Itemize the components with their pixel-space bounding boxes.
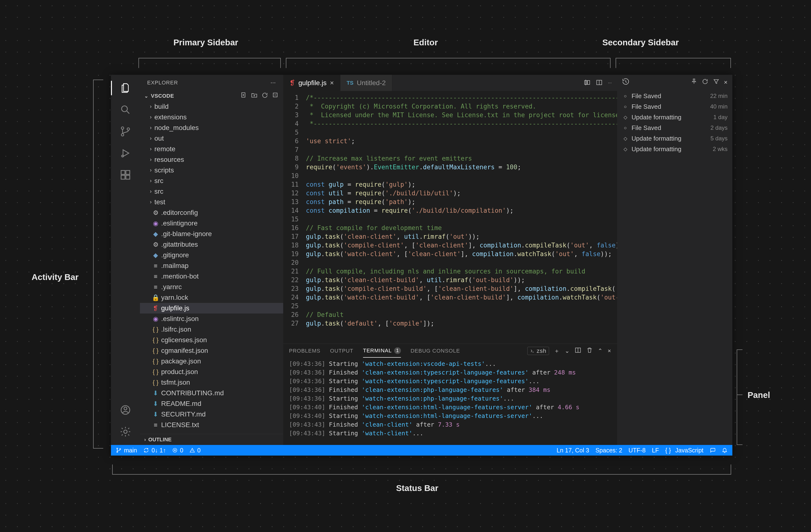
panel-tab-problems[interactable]: PROBLEMS [289,344,320,358]
tree-file[interactable]: ❡gulpfile.js [140,303,283,313]
tree-file[interactable]: ≡LICENSE.txt [140,420,283,430]
activity-scm[interactable] [117,123,134,140]
tree-file[interactable]: { }product.json [140,366,283,377]
timeline-item[interactable]: ◇Update formatting2 wks [617,144,732,154]
timeline-item[interactable]: ○File Saved40 min [617,101,732,112]
code-editor[interactable]: 1234567891011121314151617181920212223242… [283,91,617,344]
braces-icon: { } [152,326,159,333]
shell-selector[interactable]: zsh [527,347,549,355]
outline-section[interactable]: › OUTLINE [140,434,283,445]
tree-folder[interactable]: ›scripts [140,165,283,175]
tree-file[interactable]: ◉.eslintrc.json [140,313,283,324]
refresh-icon[interactable] [702,78,708,87]
tree-folder[interactable]: ›build [140,101,283,112]
status-encoding[interactable]: UTF-8 [629,447,646,454]
tree-file[interactable]: ◉.eslintignore [140,218,283,229]
maximize-panel-icon[interactable]: ⌃ [598,347,603,354]
new-folder-icon[interactable] [251,92,258,100]
tree-file[interactable]: 🔒yarn.lock [140,292,283,303]
tree-file[interactable]: ⚙.gitattributes [140,239,283,250]
tree-file[interactable]: ≡.yarnrc [140,282,283,292]
folder-name: test [154,198,165,206]
file-name: cglicenses.json [161,336,207,344]
close-icon[interactable]: × [724,79,728,86]
tree-file[interactable]: { }cgmanifest.json [140,345,283,356]
panel-tab-terminal[interactable]: TERMINAL 1 [363,344,401,358]
tree-file[interactable]: ≡.mailmap [140,261,283,271]
tree-file[interactable]: ◆.git-blame-ignore [140,229,283,239]
tree-folder[interactable]: ›src [140,186,283,197]
status-sync[interactable]: 0↓ 1↑ [143,447,166,454]
status-spaces[interactable]: Spaces: 2 [595,447,622,454]
activity-debug[interactable] [117,145,134,161]
status-cursor[interactable]: Ln 17, Col 3 [557,447,589,454]
panel-tab-output[interactable]: OUTPUT [330,344,353,358]
split-terminal-icon[interactable] [575,347,581,355]
tree-folder[interactable]: ›remote [140,144,283,154]
compare-icon[interactable] [584,79,591,87]
status-branch[interactable]: main [116,447,137,454]
trash-icon[interactable] [586,347,593,355]
explorer-more[interactable]: ⋯ [271,80,276,86]
tree-file[interactable]: { }.lsifrc.json [140,324,283,335]
file-name: .eslintignore [161,219,198,227]
tree-folder[interactable]: ›test [140,197,283,207]
terminal-body[interactable]: [09:43:36] Starting 'watch-extension:vsc… [283,358,617,445]
filter-icon[interactable] [713,78,720,87]
tree-file[interactable]: ⬇README.md [140,398,283,409]
tree-file[interactable]: { }package.json [140,356,283,366]
file-name: yarn.lock [161,294,188,301]
new-file-icon[interactable] [240,92,247,100]
folder-name: node_modules [154,124,199,132]
terminal-dropdown-icon[interactable]: ⌄ [565,347,570,354]
status-lang[interactable]: { }JavaScript [665,447,703,454]
lines-icon: ≡ [152,421,159,429]
tree-file[interactable]: ⬇CONTRIBUTING.md [140,388,283,398]
status-bell[interactable] [722,447,728,453]
svg-point-2 [121,134,124,136]
status-errors[interactable]: 0 [172,447,183,454]
timeline-item[interactable]: ○File Saved2 days [617,123,732,133]
tree-folder[interactable]: ›resources [140,154,283,165]
activity-account[interactable] [117,402,134,418]
braces-icon: { } [152,368,159,376]
add-terminal-icon[interactable]: ＋ [554,347,560,355]
tree-file[interactable]: ⬇SECURITY.md [140,409,283,420]
collapse-icon[interactable] [272,92,279,100]
tree-folder[interactable]: ›out [140,133,283,144]
tree-folder[interactable]: ›node_modules [140,123,283,133]
tree-file[interactable]: ◆.gitignore [140,250,283,261]
timeline-item[interactable]: ◇Update formatting1 day [617,112,732,123]
tree-file[interactable]: { }cglicenses.json [140,335,283,345]
diamond-icon: ◇ [622,136,629,141]
activity-explorer[interactable] [117,80,134,96]
more-icon[interactable]: ⋯ [608,80,612,85]
tree-folder[interactable]: ›src [140,175,283,186]
close-icon[interactable]: × [330,79,334,87]
status-warnings[interactable]: 0 [189,447,201,454]
gear-icon: ⚙ [152,241,159,248]
refresh-icon[interactable] [261,92,268,100]
status-eol[interactable]: LF [652,447,659,454]
chevron-right-icon: › [147,178,154,184]
panel-tab-debug[interactable]: DEBUG CONSOLE [411,344,460,358]
tree-file[interactable]: { }tsfmt.json [140,377,283,388]
status-feedback[interactable] [710,447,716,453]
code-content[interactable]: /*--------------------------------------… [303,91,617,344]
timeline-item[interactable]: ◇Update formatting5 days [617,133,732,144]
activity-settings[interactable] [117,423,134,440]
activity-search[interactable] [117,101,134,118]
timeline-item[interactable]: ○File Saved22 min [617,91,732,101]
activity-extensions[interactable] [117,167,134,183]
tree-folder[interactable]: ›extensions [140,112,283,123]
tree-file[interactable]: ≡.mention-bot [140,271,283,282]
tab-gulpfile[interactable]: ❡ gulpfile.js × [283,75,340,91]
split-icon[interactable] [596,79,602,87]
tree-file[interactable]: ⚙.editorconfig [140,207,283,218]
timeline-text: Update formatting [631,114,682,121]
close-panel-icon[interactable]: × [608,347,611,354]
tab-untitled[interactable]: TS Untitled-2 [340,75,392,91]
project-section[interactable]: ⌄ VSCODE [140,91,283,101]
pin-icon[interactable] [691,78,698,87]
history-icon[interactable] [622,78,630,87]
